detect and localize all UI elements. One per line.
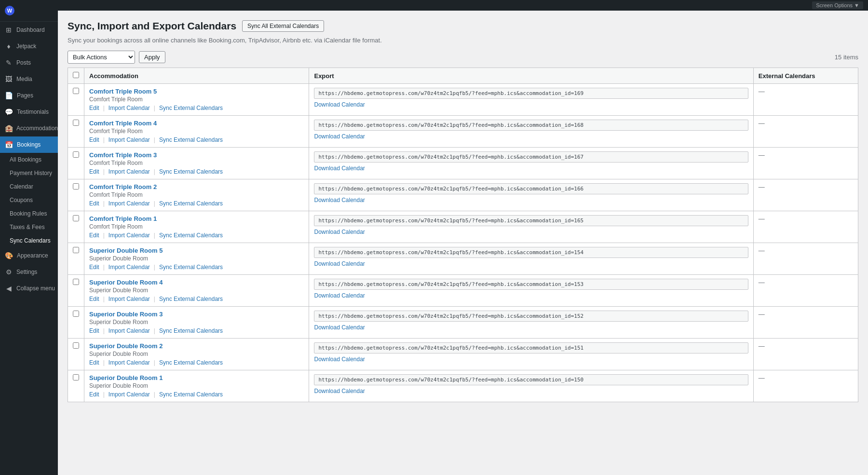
download-calendar-link[interactable]: Download Calendar [314,101,365,108]
sync-external-action[interactable]: Sync External Calendars [159,232,223,239]
select-all-checkbox[interactable] [73,72,79,78]
download-calendar-link[interactable]: Download Calendar [314,356,365,363]
edit-action[interactable]: Edit [89,264,99,271]
row-checkbox-cell[interactable] [68,211,84,243]
sidebar-item-coupons[interactable]: Coupons [0,193,58,207]
row-checkbox-cell[interactable] [68,370,84,402]
import-calendar-action[interactable]: Import Calendar [108,264,150,271]
room-name-link[interactable]: Comfort Triple Room 3 [89,151,304,159]
edit-action[interactable]: Edit [89,168,99,175]
download-calendar-link[interactable]: Download Calendar [314,197,365,204]
sync-external-action[interactable]: Sync External Calendars [159,359,223,366]
download-calendar-link[interactable]: Download Calendar [314,133,365,140]
row-checkbox[interactable] [73,247,79,253]
import-calendar-action[interactable]: Import Calendar [108,391,150,398]
room-name-link[interactable]: Comfort Triple Room 5 [89,88,304,95]
import-calendar-action[interactable]: Import Calendar [108,168,150,175]
sync-external-action[interactable]: Sync External Calendars [159,105,223,111]
row-checkbox[interactable] [73,183,79,190]
sidebar-item-booking-rules[interactable]: Booking Rules [0,207,58,220]
import-calendar-action[interactable]: Import Calendar [108,359,150,366]
import-calendar-action[interactable]: Import Calendar [108,232,150,239]
sync-external-action[interactable]: Sync External Calendars [159,296,223,302]
row-checkbox-cell[interactable] [68,339,84,370]
row-checkbox[interactable] [73,279,79,285]
import-calendar-action[interactable]: Import Calendar [108,136,150,143]
sync-all-button[interactable]: Sync All External Calendars [242,20,324,32]
row-checkbox-cell[interactable] [68,307,84,339]
room-name-link[interactable]: Superior Double Room 2 [89,342,304,350]
row-checkbox[interactable] [73,151,79,158]
sidebar-item-bookings[interactable]: 📅 Bookings [0,136,58,153]
screen-options-button[interactable]: Screen Options ▼ [812,1,863,9]
import-calendar-action[interactable]: Import Calendar [108,296,150,302]
download-calendar-link[interactable]: Download Calendar [314,260,365,267]
edit-action[interactable]: Edit [89,136,99,143]
row-checkbox-cell[interactable] [68,148,84,179]
row-checkbox[interactable] [73,342,79,349]
import-calendar-action[interactable]: Import Calendar [108,327,150,334]
sidebar-item-accommodation[interactable]: 🏨 Accommodation [0,120,58,136]
row-checkbox[interactable] [73,120,79,126]
row-checkbox-cell[interactable] [68,275,84,307]
room-name-link[interactable]: Comfort Triple Room 4 [89,120,304,127]
room-name-link[interactable]: Comfort Triple Room 2 [89,183,304,190]
sidebar-item-taxes-fees[interactable]: Taxes & Fees [0,220,58,234]
sidebar-item-jetpack[interactable]: ♦ Jetpack [0,38,58,54]
accommodation-icon: 🏨 [5,124,13,132]
edit-action[interactable]: Edit [89,391,99,398]
sidebar-item-all-bookings[interactable]: All Bookings [0,153,58,166]
sync-external-action[interactable]: Sync External Calendars [159,264,223,271]
edit-action[interactable]: Edit [89,200,99,207]
edit-action[interactable]: Edit [89,296,99,302]
row-checkbox-cell[interactable] [68,116,84,148]
room-name-link[interactable]: Superior Double Room 1 [89,374,304,381]
sidebar-item-collapse[interactable]: ◀ Collapse menu [0,280,58,297]
download-calendar-link[interactable]: Download Calendar [314,324,365,331]
sidebar-item-payment-history[interactable]: Payment History [0,166,58,180]
sidebar-subitem-label: Coupons [10,197,33,204]
sidebar-item-media[interactable]: 🖼 Media [0,71,58,87]
sidebar-item-sync-calendars[interactable]: Sync Calendars [0,234,58,247]
sidebar-item-pages[interactable]: 📄 Pages [0,87,58,104]
import-calendar-action[interactable]: Import Calendar [108,105,150,111]
sidebar-logo[interactable]: W [0,0,58,22]
sidebar-item-settings[interactable]: ⚙ Settings [0,264,58,280]
sync-external-action[interactable]: Sync External Calendars [159,391,223,398]
sidebar-item-dashboard[interactable]: ⊞ Dashboard [0,22,58,38]
edit-action[interactable]: Edit [89,359,99,366]
sidebar-item-calendar[interactable]: Calendar [0,180,58,193]
row-checkbox-cell[interactable] [68,243,84,275]
sidebar-item-appearance[interactable]: 🎨 Appearance [0,247,58,264]
edit-action[interactable]: Edit [89,105,99,111]
room-name-link[interactable]: Superior Double Room 3 [89,311,304,318]
import-calendar-action[interactable]: Import Calendar [108,200,150,207]
room-name-link[interactable]: Superior Double Room 5 [89,247,304,254]
row-checkbox[interactable] [73,88,79,94]
sync-external-action[interactable]: Sync External Calendars [159,327,223,334]
edit-action[interactable]: Edit [89,232,99,239]
sync-external-action[interactable]: Sync External Calendars [159,200,223,207]
row-checkbox[interactable] [73,215,79,221]
row-checkbox-cell[interactable] [68,84,84,116]
sidebar-item-posts[interactable]: ✎ Posts [0,54,58,71]
room-name-link[interactable]: Superior Double Room 4 [89,279,304,286]
row-actions: Edit | Import Calendar | Sync External C… [89,327,304,334]
sidebar-item-testimonials[interactable]: 💬 Testimonials [0,104,58,120]
download-calendar-link[interactable]: Download Calendar [314,165,365,172]
row-checkbox-cell[interactable] [68,179,84,211]
row-checkbox[interactable] [73,374,79,380]
room-name-link[interactable]: Comfort Triple Room 1 [89,215,304,222]
download-calendar-link[interactable]: Download Calendar [314,229,365,235]
row-checkbox[interactable] [73,311,79,317]
sync-external-action[interactable]: Sync External Calendars [159,168,223,175]
bulk-actions-select[interactable]: Bulk Actions [68,51,135,64]
download-calendar-link[interactable]: Download Calendar [314,292,365,299]
select-all-header[interactable] [68,68,84,84]
sync-external-action[interactable]: Sync External Calendars [159,136,223,143]
apply-button[interactable]: Apply [139,51,165,63]
download-calendar-link[interactable]: Download Calendar [314,388,365,394]
edit-action[interactable]: Edit [89,327,99,334]
table-row: Superior Double Room 3 Superior Double R… [68,307,858,339]
settings-icon: ⚙ [5,268,13,276]
